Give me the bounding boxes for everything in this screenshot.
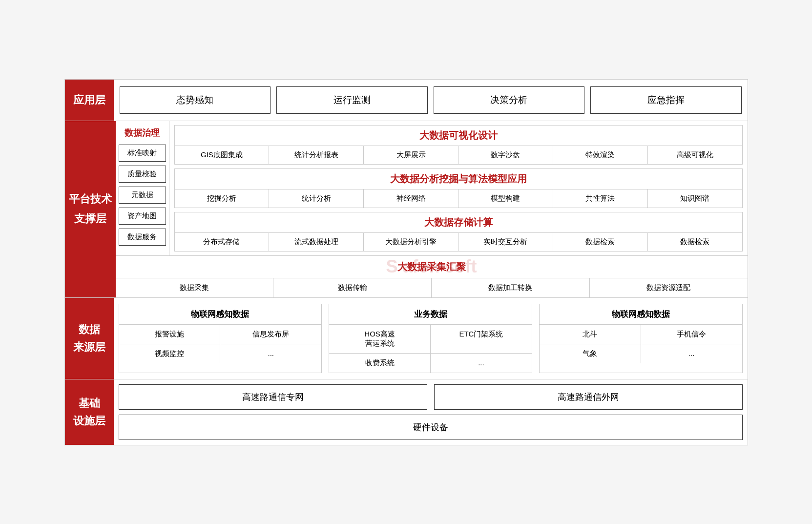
vis-item-0: GIS底图集成: [175, 146, 270, 164]
col-item-3: 数据资源适配: [590, 278, 748, 297]
datasource-group-title-2: 物联网感知数据: [540, 304, 742, 325]
vis-item-3: 数字沙盘: [458, 146, 553, 164]
sto-item-4: 数据检索: [553, 233, 648, 251]
app-item-1: 运行监测: [276, 86, 428, 114]
gov-item-0: 标准映射: [119, 145, 166, 162]
app-item-0: 态势感知: [120, 86, 271, 114]
vis-item-5: 高级可视化: [648, 146, 742, 164]
analytics-items: 挖掘分析 统计分析 神经网络 模型构建 共性算法 知识图谱: [175, 189, 742, 208]
datasource-group-2: 物联网感知数据 北斗 手机信令 气象 ...: [539, 304, 743, 373]
datasource-group-1: 业务数据 HOS高速 营运系统 ETC门架系统 收费系统 ...: [329, 304, 532, 373]
sto-item-5: 数据检索: [648, 233, 742, 251]
datasource-row-11: 收费系统 ...: [329, 354, 532, 373]
app-item-2: 决策分析: [434, 86, 585, 114]
ds-cell-201: 手机信令: [641, 325, 742, 344]
ana-item-4: 共性算法: [553, 189, 648, 208]
infra-networks-row: 高速路通信专网 高速路通信外网: [119, 384, 743, 410]
datasource-rows-1: HOS高速 营运系统 ETC门架系统 收费系统 ...: [329, 325, 532, 373]
datasource-group-0: 物联网感知数据 报警设施 信息发布屏 视频监控 ...: [119, 304, 322, 373]
app-item-3: 应急指挥: [590, 86, 742, 114]
visualization-items: GIS底图集成 统计分析报表 大屏展示 数字沙盘 特效渲染 高级可视化: [175, 146, 742, 164]
visualization-title: 大数据可视化设计: [175, 126, 742, 146]
col-item-0: 数据采集: [116, 278, 274, 297]
ds-cell-001: 信息发布屏: [220, 325, 321, 344]
ds-cell-110: 收费系统: [329, 354, 431, 373]
col-item-1: 数据传输: [273, 278, 432, 297]
platform-layer-content: 数据治理 标准映射 质量校验 元数据 资产地图 数据服务 大数据可视化设计 GI…: [116, 121, 748, 297]
collection-items: 数据采集 数据传输 数据加工转换 数据资源适配: [116, 278, 748, 297]
vis-item-2: 大屏展示: [364, 146, 458, 164]
infra-content: 高速路通信专网 高速路通信外网 硬件设备: [114, 379, 748, 445]
sto-item-3: 实时交互分析: [458, 233, 553, 251]
datasource-row-20: 北斗 手机信令: [540, 325, 742, 344]
infra-network-0: 高速路通信专网: [119, 384, 427, 410]
datasource-layer-label: 数据 来源层: [65, 298, 114, 379]
collection-block: 大数据采集汇聚 S afon soft 数据采集 数据传输 数据加工转换 数据资…: [116, 255, 748, 297]
app-layer-label: 应用层: [65, 80, 114, 121]
analytics-title: 大数据分析挖掘与算法模型应用: [175, 169, 742, 189]
infra-network-1: 高速路通信外网: [434, 384, 743, 410]
infra-hardware: 硬件设备: [119, 415, 743, 440]
ana-item-0: 挖掘分析: [175, 189, 270, 208]
storage-block: 大数据存储计算 分布式存储 流式数据处理 大数据分析引擎 实时交互分析 数据检索…: [174, 212, 743, 252]
gov-item-2: 元数据: [119, 187, 166, 204]
ds-cell-111: ...: [431, 354, 532, 373]
ds-cell-000: 报警设施: [119, 325, 221, 344]
datasource-rows-2: 北斗 手机信令 气象 ...: [540, 325, 742, 363]
datasource-row-10: HOS高速 营运系统 ETC门架系统: [329, 325, 532, 354]
app-layer-content: 态势感知 运行监测 决策分析 应急指挥: [114, 80, 748, 121]
datasource-row-21: 气象 ...: [540, 344, 742, 363]
gov-item-1: 质量校验: [119, 166, 166, 183]
infra-layer-label: 基础 设施层: [65, 379, 114, 445]
vis-item-4: 特效渲染: [553, 146, 648, 164]
ds-cell-211: ...: [641, 344, 742, 363]
governance-title: 数据治理: [125, 125, 160, 142]
datasource-group-title-0: 物联网感知数据: [119, 304, 322, 325]
datasource-row-01: 视频监控 ...: [119, 344, 322, 363]
datasource-content: 物联网感知数据 报警设施 信息发布屏 视频监控 ... 业务数据: [114, 298, 748, 379]
platform-inner: 数据治理 标准映射 质量校验 元数据 资产地图 数据服务 大数据可视化设计 GI…: [116, 121, 748, 255]
ana-item-1: 统计分析: [269, 189, 364, 208]
data-governance-column: 数据治理 标准映射 质量校验 元数据 资产地图 数据服务: [116, 121, 169, 255]
ana-item-5: 知识图谱: [648, 189, 742, 208]
datasource-layer-row: 数据 来源层 物联网感知数据 报警设施 信息发布屏 视频监控 ...: [65, 298, 748, 379]
app-layer-row: 应用层 态势感知 运行监测 决策分析 应急指挥: [65, 80, 748, 121]
sto-item-1: 流式数据处理: [269, 233, 364, 251]
architecture-diagram: 应用层 态势感知 运行监测 决策分析 应急指挥 平台技术 支撑层 数据治理 标准…: [64, 79, 748, 445]
collection-title: 大数据采集汇聚 S afon soft: [116, 256, 748, 278]
vis-item-1: 统计分析报表: [269, 146, 364, 164]
ds-cell-210: 气象: [540, 344, 641, 363]
platform-layer-row: 平台技术 支撑层 数据治理 标准映射 质量校验 元数据 资产地图 数据服务 大数…: [65, 121, 748, 298]
ds-cell-100: HOS高速 营运系统: [329, 325, 431, 353]
platform-layer-label: 平台技术 支撑层: [65, 121, 116, 297]
infra-layer-row: 基础 设施层 高速路通信专网 高速路通信外网 硬件设备: [65, 379, 748, 445]
sto-item-2: 大数据分析引擎: [364, 233, 458, 251]
ds-cell-101: ETC门架系统: [431, 325, 532, 353]
ana-item-3: 模型构建: [458, 189, 553, 208]
analytics-block: 大数据分析挖掘与算法模型应用 挖掘分析 统计分析 神经网络 模型构建 共性算法 …: [174, 168, 743, 208]
sto-item-0: 分布式存储: [175, 233, 270, 251]
col-item-2: 数据加工转换: [432, 278, 590, 297]
storage-items: 分布式存储 流式数据处理 大数据分析引擎 实时交互分析 数据检索 数据检索: [175, 233, 742, 251]
ds-cell-011: ...: [220, 344, 321, 363]
gov-item-4: 数据服务: [119, 229, 166, 246]
platform-right-panels: 大数据可视化设计 GIS底图集成 统计分析报表 大屏展示 数字沙盘 特效渲染 高…: [169, 121, 748, 255]
ds-cell-200: 北斗: [540, 325, 641, 344]
datasource-rows-0: 报警设施 信息发布屏 视频监控 ...: [119, 325, 322, 363]
ana-item-2: 神经网络: [364, 189, 458, 208]
datasource-group-title-1: 业务数据: [329, 304, 532, 325]
gov-item-3: 资产地图: [119, 208, 166, 225]
visualization-block: 大数据可视化设计 GIS底图集成 统计分析报表 大屏展示 数字沙盘 特效渲染 高…: [174, 125, 743, 165]
ds-cell-010: 视频监控: [119, 344, 221, 363]
datasource-row-00: 报警设施 信息发布屏: [119, 325, 322, 344]
storage-title: 大数据存储计算: [175, 212, 742, 233]
